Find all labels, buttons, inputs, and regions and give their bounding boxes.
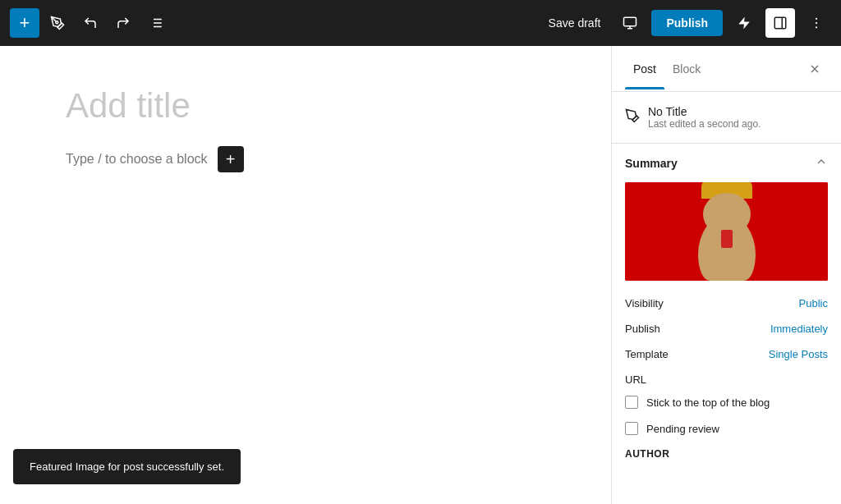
post-info-text: No Title Last edited a second ago. (648, 105, 761, 130)
list-view-button[interactable] (141, 8, 171, 38)
svg-point-13 (816, 26, 817, 28)
toast-message: Featured Image for post successfully set… (30, 460, 224, 473)
close-sidebar-button[interactable] (802, 56, 828, 82)
featured-image[interactable] (625, 182, 828, 281)
toast-notification: Featured Image for post successfully set… (13, 449, 241, 484)
post-edited-time: Last edited a second ago. (648, 118, 761, 130)
sidebar: Post Block No Title Last edited a second… (611, 46, 841, 504)
visibility-row: Visibility Public (612, 291, 841, 316)
pending-checkbox[interactable] (625, 422, 638, 435)
toolbar-right: Save draft Publish (540, 8, 831, 38)
author-label: AUTHOR (612, 442, 841, 463)
publish-label: Publish (625, 323, 660, 335)
publish-value[interactable]: Immediately (770, 323, 828, 335)
svg-point-12 (816, 22, 817, 24)
publish-button[interactable]: Publish (651, 10, 723, 36)
toolbar: + Save draft Publish (0, 0, 841, 46)
toolbar-left: + (10, 8, 171, 38)
post-title-input[interactable]: Add title (66, 85, 545, 126)
tools-button[interactable] (43, 8, 72, 38)
template-label: Template (625, 348, 669, 360)
add-block-button[interactable]: + (10, 8, 39, 38)
visibility-value[interactable]: Public (799, 297, 828, 309)
svg-marker-8 (738, 17, 750, 30)
svg-rect-9 (774, 17, 786, 29)
dog-scene (625, 182, 828, 281)
redo-button[interactable] (108, 8, 138, 38)
options-button[interactable] (802, 8, 831, 38)
template-value[interactable]: Single Posts (769, 348, 828, 360)
pending-label[interactable]: Pending review (646, 423, 719, 435)
block-hint-text: Type / to choose a block (66, 152, 208, 167)
sidebar-toggle-button[interactable] (765, 8, 795, 38)
url-section-label: URL (612, 367, 841, 389)
post-info: No Title Last edited a second ago. (612, 92, 841, 144)
summary-section: Summary Visibility Public (612, 144, 841, 463)
tab-post[interactable]: Post (625, 49, 664, 89)
dog-tie (721, 230, 733, 248)
sidebar-header: Post Block (612, 46, 841, 92)
main-layout: Add title Type / to choose a block + Fea… (0, 46, 841, 504)
sticky-checkbox[interactable] (625, 396, 638, 409)
svg-point-11 (816, 18, 817, 20)
block-hint: Type / to choose a block + (66, 146, 545, 172)
pending-checkbox-row: Pending review (612, 415, 841, 442)
view-button[interactable] (615, 8, 645, 38)
plus-icon: + (226, 151, 236, 167)
undo-button[interactable] (76, 8, 105, 38)
summary-label: Summary (625, 157, 678, 170)
tab-block[interactable]: Block (664, 49, 709, 89)
lightning-button[interactable] (729, 8, 759, 38)
editor-area[interactable]: Add title Type / to choose a block + Fea… (0, 46, 611, 504)
summary-header[interactable]: Summary (612, 144, 841, 182)
inline-add-block-button[interactable]: + (218, 146, 244, 172)
publish-row: Publish Immediately (612, 316, 841, 341)
svg-rect-7 (624, 17, 636, 26)
pen-icon (625, 108, 640, 127)
post-name: No Title (648, 105, 761, 118)
chevron-up-icon (815, 155, 828, 171)
save-draft-button[interactable]: Save draft (540, 11, 609, 34)
sticky-label[interactable]: Stick to the top of the blog (646, 396, 770, 409)
template-row: Template Single Posts (612, 341, 841, 367)
sticky-checkbox-row: Stick to the top of the blog (612, 389, 841, 415)
visibility-label: Visibility (625, 297, 664, 309)
svg-point-0 (56, 21, 58, 24)
